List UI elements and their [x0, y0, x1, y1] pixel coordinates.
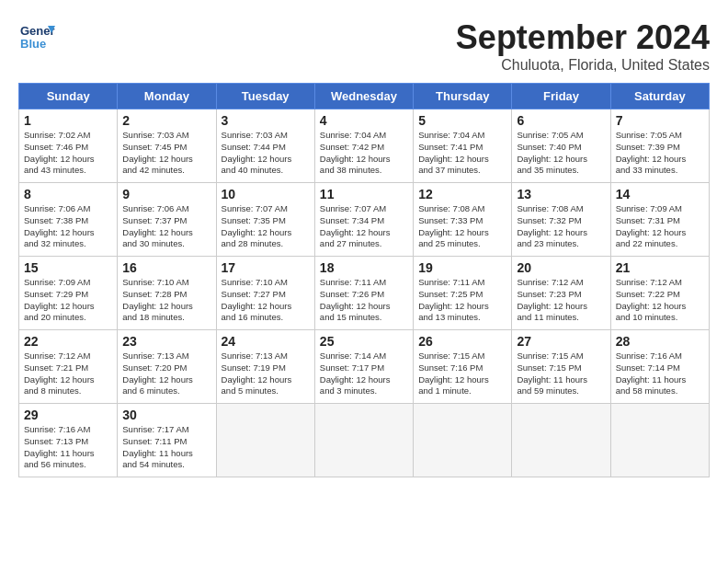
calendar-cell	[610, 404, 709, 477]
day-number: 2	[122, 113, 210, 128]
calendar-cell: 5Sunrise: 7:04 AM Sunset: 7:41 PM Daylig…	[414, 109, 512, 183]
calendar-cell	[314, 404, 413, 477]
calendar-cell: 26Sunrise: 7:15 AM Sunset: 7:16 PM Dayli…	[414, 330, 512, 404]
day-number: 26	[418, 334, 506, 349]
day-number: 19	[418, 260, 506, 275]
col-header-sunday: Sunday	[19, 84, 118, 109]
calendar-cell: 20Sunrise: 7:12 AM Sunset: 7:23 PM Dayli…	[512, 257, 610, 330]
day-number: 14	[616, 187, 704, 201]
col-header-friday: Friday	[512, 84, 610, 109]
day-number: 29	[24, 408, 112, 422]
day-detail: Sunrise: 7:08 AM Sunset: 7:33 PM Dayligh…	[418, 203, 506, 250]
col-header-saturday: Saturday	[610, 84, 709, 109]
calendar-cell: 19Sunrise: 7:11 AM Sunset: 7:25 PM Dayli…	[414, 257, 512, 330]
day-number: 27	[517, 334, 605, 349]
day-detail: Sunrise: 7:16 AM Sunset: 7:14 PM Dayligh…	[616, 350, 704, 397]
day-detail: Sunrise: 7:11 AM Sunset: 7:26 PM Dayligh…	[320, 277, 408, 324]
day-detail: Sunrise: 7:11 AM Sunset: 7:25 PM Dayligh…	[418, 277, 506, 324]
day-number: 7	[616, 113, 704, 128]
calendar-cell: 30Sunrise: 7:17 AM Sunset: 7:11 PM Dayli…	[118, 404, 216, 477]
day-number: 13	[517, 187, 605, 201]
logo: General Blue	[18, 18, 59, 55]
day-number: 15	[24, 260, 112, 275]
calendar-cell: 25Sunrise: 7:14 AM Sunset: 7:17 PM Dayli…	[314, 330, 413, 404]
calendar-cell: 17Sunrise: 7:10 AM Sunset: 7:27 PM Dayli…	[216, 257, 314, 330]
day-number: 3	[222, 113, 310, 128]
calendar-cell: 3Sunrise: 7:03 AM Sunset: 7:44 PM Daylig…	[216, 109, 314, 183]
logo-icon: General Blue	[18, 18, 55, 55]
day-detail: Sunrise: 7:17 AM Sunset: 7:11 PM Dayligh…	[122, 424, 210, 471]
day-detail: Sunrise: 7:05 AM Sunset: 7:40 PM Dayligh…	[517, 130, 605, 177]
col-header-wednesday: Wednesday	[314, 84, 413, 109]
day-number: 6	[517, 113, 605, 128]
calendar-cell	[414, 404, 512, 477]
day-number: 21	[616, 260, 704, 275]
calendar-cell: 27Sunrise: 7:15 AM Sunset: 7:15 PM Dayli…	[512, 330, 610, 404]
calendar-cell: 15Sunrise: 7:09 AM Sunset: 7:29 PM Dayli…	[19, 257, 118, 330]
day-number: 25	[320, 334, 408, 349]
calendar-cell: 16Sunrise: 7:10 AM Sunset: 7:28 PM Dayli…	[118, 257, 216, 330]
day-number: 1	[24, 113, 112, 128]
day-number: 22	[24, 334, 112, 349]
calendar-cell: 21Sunrise: 7:12 AM Sunset: 7:22 PM Dayli…	[610, 257, 709, 330]
day-number: 24	[222, 334, 310, 349]
header: General Blue September 2024 Chuluota, Fl…	[18, 18, 710, 74]
col-header-monday: Monday	[118, 84, 216, 109]
day-detail: Sunrise: 7:02 AM Sunset: 7:46 PM Dayligh…	[24, 130, 112, 177]
day-number: 16	[122, 260, 210, 275]
calendar-body: 1Sunrise: 7:02 AM Sunset: 7:46 PM Daylig…	[19, 109, 710, 477]
calendar-cell: 12Sunrise: 7:08 AM Sunset: 7:33 PM Dayli…	[414, 183, 512, 257]
day-number: 10	[222, 187, 310, 201]
day-detail: Sunrise: 7:14 AM Sunset: 7:17 PM Dayligh…	[320, 350, 408, 397]
day-detail: Sunrise: 7:13 AM Sunset: 7:20 PM Dayligh…	[122, 350, 210, 397]
day-detail: Sunrise: 7:06 AM Sunset: 7:37 PM Dayligh…	[122, 203, 210, 250]
month-title: September 2024	[456, 18, 710, 57]
day-number: 30	[122, 408, 210, 422]
day-detail: Sunrise: 7:12 AM Sunset: 7:22 PM Dayligh…	[616, 277, 704, 324]
day-detail: Sunrise: 7:07 AM Sunset: 7:34 PM Dayligh…	[320, 203, 408, 250]
day-detail: Sunrise: 7:07 AM Sunset: 7:35 PM Dayligh…	[222, 203, 310, 250]
calendar-table: SundayMondayTuesdayWednesdayThursdayFrid…	[18, 83, 710, 477]
svg-text:Blue: Blue	[20, 37, 46, 51]
calendar-week-row: 1Sunrise: 7:02 AM Sunset: 7:46 PM Daylig…	[19, 109, 710, 183]
calendar-cell: 14Sunrise: 7:09 AM Sunset: 7:31 PM Dayli…	[610, 183, 709, 257]
calendar-cell: 10Sunrise: 7:07 AM Sunset: 7:35 PM Dayli…	[216, 183, 314, 257]
calendar-week-row: 22Sunrise: 7:12 AM Sunset: 7:21 PM Dayli…	[19, 330, 710, 404]
calendar-cell: 7Sunrise: 7:05 AM Sunset: 7:39 PM Daylig…	[610, 109, 709, 183]
calendar-cell: 11Sunrise: 7:07 AM Sunset: 7:34 PM Dayli…	[314, 183, 413, 257]
day-detail: Sunrise: 7:09 AM Sunset: 7:29 PM Dayligh…	[24, 277, 112, 324]
calendar-cell: 13Sunrise: 7:08 AM Sunset: 7:32 PM Dayli…	[512, 183, 610, 257]
day-number: 9	[122, 187, 210, 201]
day-number: 4	[320, 113, 408, 128]
day-detail: Sunrise: 7:12 AM Sunset: 7:23 PM Dayligh…	[517, 277, 605, 324]
calendar-cell: 22Sunrise: 7:12 AM Sunset: 7:21 PM Dayli…	[19, 330, 118, 404]
calendar-cell: 2Sunrise: 7:03 AM Sunset: 7:45 PM Daylig…	[118, 109, 216, 183]
calendar-cell: 9Sunrise: 7:06 AM Sunset: 7:37 PM Daylig…	[118, 183, 216, 257]
day-detail: Sunrise: 7:05 AM Sunset: 7:39 PM Dayligh…	[616, 130, 704, 177]
calendar-cell	[512, 404, 610, 477]
day-number: 23	[122, 334, 210, 349]
calendar-week-row: 8Sunrise: 7:06 AM Sunset: 7:38 PM Daylig…	[19, 183, 710, 257]
day-detail: Sunrise: 7:04 AM Sunset: 7:41 PM Dayligh…	[418, 130, 506, 177]
calendar-cell: 24Sunrise: 7:13 AM Sunset: 7:19 PM Dayli…	[216, 330, 314, 404]
calendar-cell: 6Sunrise: 7:05 AM Sunset: 7:40 PM Daylig…	[512, 109, 610, 183]
calendar-header-row: SundayMondayTuesdayWednesdayThursdayFrid…	[19, 84, 710, 109]
day-detail: Sunrise: 7:10 AM Sunset: 7:28 PM Dayligh…	[122, 277, 210, 324]
calendar-cell: 1Sunrise: 7:02 AM Sunset: 7:46 PM Daylig…	[19, 109, 118, 183]
day-detail: Sunrise: 7:15 AM Sunset: 7:16 PM Dayligh…	[418, 350, 506, 397]
location: Chuluota, Florida, United States	[456, 57, 710, 74]
day-detail: Sunrise: 7:10 AM Sunset: 7:27 PM Dayligh…	[222, 277, 310, 324]
calendar-cell: 23Sunrise: 7:13 AM Sunset: 7:20 PM Dayli…	[118, 330, 216, 404]
calendar-cell: 29Sunrise: 7:16 AM Sunset: 7:13 PM Dayli…	[19, 404, 118, 477]
calendar-cell: 8Sunrise: 7:06 AM Sunset: 7:38 PM Daylig…	[19, 183, 118, 257]
calendar-cell: 28Sunrise: 7:16 AM Sunset: 7:14 PM Dayli…	[610, 330, 709, 404]
day-number: 17	[222, 260, 310, 275]
calendar-cell: 18Sunrise: 7:11 AM Sunset: 7:26 PM Dayli…	[314, 257, 413, 330]
day-number: 28	[616, 334, 704, 349]
col-header-tuesday: Tuesday	[216, 84, 314, 109]
day-number: 18	[320, 260, 408, 275]
day-number: 20	[517, 260, 605, 275]
day-detail: Sunrise: 7:16 AM Sunset: 7:13 PM Dayligh…	[24, 424, 112, 471]
day-detail: Sunrise: 7:03 AM Sunset: 7:45 PM Dayligh…	[122, 130, 210, 177]
day-detail: Sunrise: 7:09 AM Sunset: 7:31 PM Dayligh…	[616, 203, 704, 250]
